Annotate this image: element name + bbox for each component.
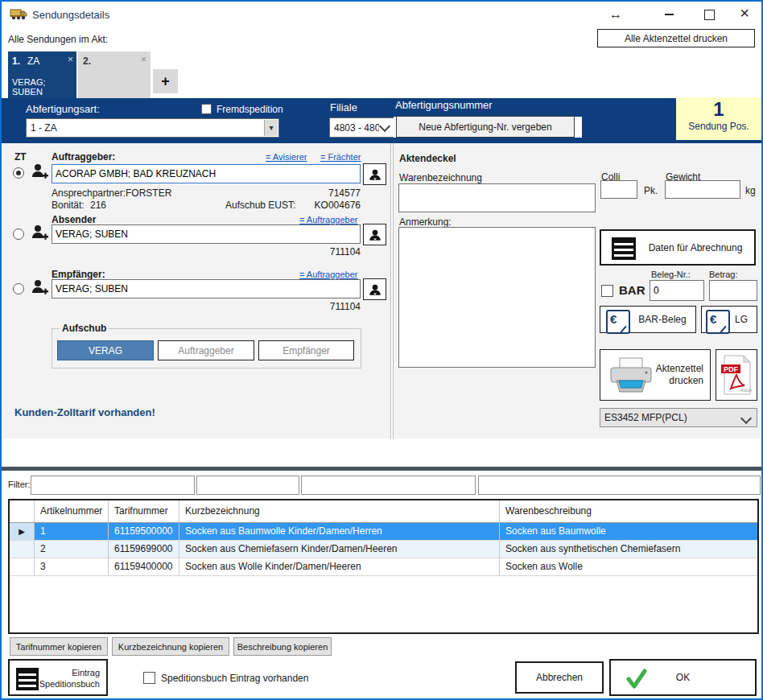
sendung-pos-label: Sendung Pos. xyxy=(676,121,761,132)
empfaenger-contact-button[interactable] xyxy=(363,278,386,300)
add-contact-icon[interactable] xyxy=(30,223,49,242)
bar-checkbox[interactable] xyxy=(601,285,613,297)
sendung-pos-value: 1 xyxy=(676,98,761,121)
table-row[interactable]: 3 61159400000 Socken aus Wolle Kinder/Da… xyxy=(10,558,757,576)
auftraggeber-radio[interactable] xyxy=(13,167,24,179)
person-icon xyxy=(368,228,382,242)
column-header-kurzbezeichnung[interactable]: Kurzbezeichnung xyxy=(179,500,500,522)
betrag-input[interactable] xyxy=(709,280,757,301)
auftraggeber-input[interactable] xyxy=(52,164,361,183)
fraechter-link[interactable]: = Frächter xyxy=(320,152,361,162)
pdf-button[interactable]: PDF Adobe xyxy=(716,349,757,401)
table-row[interactable]: 2 61159699000 Socken aus Chemiefasern Ki… xyxy=(10,541,757,558)
column-header-warenbeschreibung[interactable]: Warenbeschreibung xyxy=(500,500,757,522)
chevron-down-icon xyxy=(740,413,752,424)
add-tab-button[interactable]: + xyxy=(153,69,178,93)
ok-button[interactable]: OK xyxy=(609,659,757,696)
filter-input-kurzbezeichnung[interactable] xyxy=(301,476,476,495)
bar-beleg-button[interactable]: € BAR-Beleg xyxy=(600,306,696,333)
plus-icon: + xyxy=(161,73,170,89)
print-all-aktenzettel-button[interactable]: Alle Aktenzettel drucken xyxy=(597,29,755,47)
empfaenger-id: 711104 xyxy=(301,301,361,312)
aufschub-auftraggeber-button[interactable]: Auftraggeber xyxy=(158,340,254,360)
empfaenger-input[interactable] xyxy=(52,279,361,299)
truck-icon xyxy=(10,7,27,21)
absender-id: 711104 xyxy=(301,246,361,257)
filter-input-artikelnummer[interactable] xyxy=(31,476,195,495)
add-contact-icon[interactable] xyxy=(30,278,49,297)
sendungsdetails-window: Sendungsdetails ↔ × Alle Sendungen im Ak… xyxy=(0,0,763,700)
bonitaet-label: Bonität: xyxy=(52,200,85,211)
cancel-button[interactable]: Abbrechen xyxy=(515,661,604,694)
warenbezeichnung-textarea[interactable] xyxy=(398,183,596,212)
row-selector-header xyxy=(10,500,35,522)
pdf-icon: PDF Adobe xyxy=(721,355,752,395)
speditionsbuch-checkbox[interactable] xyxy=(143,672,155,684)
shipments-label: Alle Sendungen im Akt: xyxy=(8,34,108,45)
resize-cursor-icon: ↔ xyxy=(609,7,622,22)
anmerkung-textarea[interactable] xyxy=(398,227,596,368)
avisierer-link[interactable]: = Avisierer xyxy=(266,152,307,162)
aufschub-eust-label: Aufschub EUST: xyxy=(225,200,295,211)
absender-auftraggeber-link[interactable]: = Auftraggeber xyxy=(299,215,357,224)
empfaenger-label: Empfänger: xyxy=(52,269,105,280)
filter-input-warenbeschreibung[interactable] xyxy=(478,476,761,495)
printer-select[interactable]: ES3452 MFP(PCL) xyxy=(600,408,757,427)
absender-input[interactable] xyxy=(52,224,361,244)
list-icon xyxy=(612,237,636,260)
absender-contact-button[interactable] xyxy=(363,224,386,245)
fremdspedition-checkbox[interactable] xyxy=(201,104,212,114)
absender-radio[interactable] xyxy=(13,229,24,240)
auftraggeber-id: 714577 xyxy=(301,187,361,199)
tab-shipment-1[interactable]: 1. ZA × VERAG; SUBEN xyxy=(8,51,76,98)
dispatch-band: Abfertigungsart: 1 - ZA ▾ Fremdspedition… xyxy=(2,98,761,143)
aufschub-empfaenger-button[interactable]: Empfänger xyxy=(258,340,354,360)
aufschub-group-label: Aufschub xyxy=(60,323,109,334)
abfertigungsart-select[interactable]: 1 - ZA ▾ xyxy=(26,118,279,138)
aufschub-eust-value: KO004676 xyxy=(301,200,361,211)
svg-text:PDF: PDF xyxy=(724,365,739,373)
bar-label: BAR xyxy=(619,283,645,297)
colli-input[interactable] xyxy=(600,180,637,199)
empfaenger-auftraggeber-link[interactable]: = Auftraggeber xyxy=(299,270,357,279)
lg-button[interactable]: € LG xyxy=(701,306,757,333)
table-row[interactable]: ▶ 1 61159500000 Socken aus Baumwolle Kin… xyxy=(10,523,757,541)
neue-abfertigungsnummer-button[interactable]: Neue Abfertigung-Nr. vergeben xyxy=(396,116,575,138)
column-header-tarifnummer[interactable]: Tarifnummer xyxy=(109,500,179,522)
filiale-select[interactable]: 4803 - 480 xyxy=(329,117,394,138)
column-header-artikelnummer[interactable]: Artikelnummer xyxy=(35,500,109,522)
kg-label: kg xyxy=(745,185,756,196)
close-icon: × xyxy=(740,4,749,23)
zt-column-label: ZT xyxy=(14,151,27,163)
eintrag-speditionsbuch-button[interactable]: Eintrag Speditionsbuch xyxy=(8,659,108,696)
maximize-button[interactable] xyxy=(695,5,723,24)
maximize-icon xyxy=(704,10,715,20)
empfaenger-radio[interactable] xyxy=(13,283,24,294)
daten-abrechnung-button[interactable]: Daten für Abrechnung xyxy=(600,229,756,266)
tab-close-icon[interactable]: × xyxy=(141,54,146,65)
minimize-button[interactable] xyxy=(655,5,683,24)
copy-beschreibung-button[interactable]: Beschreibung kopieren xyxy=(233,637,332,656)
beleg-nr-input[interactable] xyxy=(650,280,704,301)
tab-close-icon[interactable]: × xyxy=(68,54,73,65)
article-table: Artikelnummer Tarifnummer Kurzbezeichnun… xyxy=(8,499,759,634)
sendung-pos-box: 1 Sendung Pos. xyxy=(676,97,761,140)
add-contact-icon[interactable] xyxy=(30,162,49,181)
auftraggeber-contact-button[interactable] xyxy=(363,163,386,185)
auftraggeber-label: Auftraggeber: xyxy=(52,151,115,163)
section-divider xyxy=(2,467,761,471)
speditionsbuch-checkbox-label: Speditionsbuch Eintrag vorhanden xyxy=(161,673,308,684)
aktenzettel-drucken-button[interactable]: Aktenzettel drucken xyxy=(600,349,711,401)
filter-label: Filter: xyxy=(8,480,31,489)
bonitaet-value: 216 xyxy=(90,200,106,211)
aufschub-verag-button[interactable]: VERAG xyxy=(57,340,154,360)
close-button[interactable]: × xyxy=(731,3,758,23)
person-icon xyxy=(368,167,382,182)
filter-input-tarifnummer[interactable] xyxy=(196,476,299,495)
copy-kurzbezeichnung-button[interactable]: Kurzbezeichnung kopieren xyxy=(112,637,229,656)
tab-shipment-2[interactable]: 2. × xyxy=(78,51,151,98)
gewicht-input[interactable] xyxy=(665,180,740,199)
row-pointer-icon: ▶ xyxy=(10,523,35,540)
copy-tarifnummer-button[interactable]: Tarifnummer kopieren xyxy=(10,637,108,656)
absender-label: Absender xyxy=(52,214,96,225)
